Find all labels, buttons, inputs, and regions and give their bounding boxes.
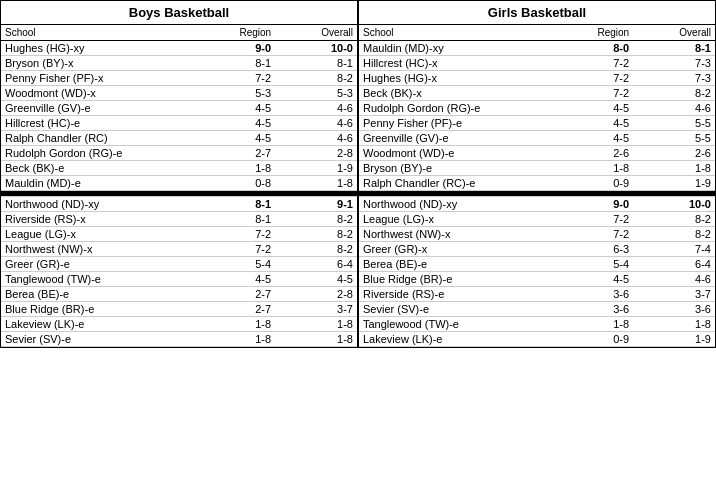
overall-cell: 4-6	[275, 131, 357, 146]
overall-cell: 2-6	[633, 146, 715, 161]
region-cell: 7-2	[555, 86, 633, 101]
school-cell: Mauldin (MD)-xy	[359, 41, 555, 56]
region-cell: 2-7	[197, 302, 275, 317]
overall-cell: 1-8	[275, 332, 357, 347]
school-cell: League (LG)-x	[1, 227, 197, 242]
boys-col-school: School	[1, 25, 197, 41]
school-cell: Sevier (SV)-e	[359, 302, 555, 317]
region-cell: 5-4	[197, 257, 275, 272]
school-cell: Ralph Chandler (RC)-e	[359, 176, 555, 191]
region-cell: 8-1	[197, 212, 275, 227]
table-row: Greer (GR)-x6-37-4	[359, 242, 715, 257]
school-cell: Ralph Chandler (RC)	[1, 131, 197, 146]
school-cell: Greenville (GV)-e	[359, 131, 555, 146]
school-cell: Rudolph Gordon (RG)-e	[1, 146, 197, 161]
region-cell: 1-8	[197, 332, 275, 347]
tables-container: School Region Overall Hughes (HG)-xy9-01…	[0, 25, 716, 348]
overall-cell: 3-7	[633, 287, 715, 302]
region-cell: 3-6	[555, 302, 633, 317]
overall-cell: 8-2	[275, 71, 357, 86]
overall-cell: 1-9	[275, 161, 357, 176]
region-cell: 0-9	[555, 176, 633, 191]
overall-cell: 8-2	[275, 212, 357, 227]
school-cell: Hillcrest (HC)-x	[359, 56, 555, 71]
region-cell: 1-8	[555, 161, 633, 176]
school-cell: Penny Fisher (PF)-x	[1, 71, 197, 86]
table-row: Rudolph Gordon (RG)-e2-72-8	[1, 146, 357, 161]
overall-cell: 5-3	[275, 86, 357, 101]
table-row: Lakeview (LK)-e0-91-9	[359, 332, 715, 347]
region-cell: 1-8	[197, 161, 275, 176]
overall-cell: 9-1	[275, 197, 357, 212]
overall-cell: 2-8	[275, 287, 357, 302]
overall-cell: 7-4	[633, 242, 715, 257]
overall-cell: 3-6	[633, 302, 715, 317]
school-cell: Hillcrest (HC)-e	[1, 116, 197, 131]
overall-cell: 6-4	[275, 257, 357, 272]
school-cell: Beck (BK)-x	[359, 86, 555, 101]
girls-table: School Region Overall Mauldin (MD)-xy8-0…	[359, 25, 715, 347]
overall-cell: 8-2	[633, 86, 715, 101]
table-row: Berea (BE)-e5-46-4	[359, 257, 715, 272]
table-row: Blue Ridge (BR)-e4-54-6	[359, 272, 715, 287]
region-cell: 4-5	[555, 101, 633, 116]
girls-col-school: School	[359, 25, 555, 41]
main-header: Boys Basketball Girls Basketball	[0, 0, 716, 25]
table-row: Northwood (ND)-xy9-010-0	[359, 197, 715, 212]
table-row: Tanglewood (TW)-e1-81-8	[359, 317, 715, 332]
school-cell: Riverside (RS)-x	[1, 212, 197, 227]
overall-cell: 1-9	[633, 176, 715, 191]
school-cell: Berea (BE)-e	[1, 287, 197, 302]
region-cell: 6-3	[555, 242, 633, 257]
overall-cell: 2-8	[275, 146, 357, 161]
boys-table: School Region Overall Hughes (HG)-xy9-01…	[1, 25, 359, 347]
region-cell: 4-5	[555, 116, 633, 131]
girls-header: Girls Basketball	[359, 1, 715, 24]
table-row: Greenville (GV)-e4-54-6	[1, 101, 357, 116]
overall-cell: 10-0	[633, 197, 715, 212]
overall-cell: 8-2	[633, 227, 715, 242]
school-cell: Greer (GR)-x	[359, 242, 555, 257]
region-cell: 8-0	[555, 41, 633, 56]
region-cell: 1-8	[197, 317, 275, 332]
school-cell: Rudolph Gordon (RG)-e	[359, 101, 555, 116]
overall-cell: 1-8	[633, 161, 715, 176]
region-cell: 7-2	[555, 227, 633, 242]
overall-cell: 4-6	[275, 101, 357, 116]
region-cell: 5-4	[555, 257, 633, 272]
table-row: Hughes (HG)-xy9-010-0	[1, 41, 357, 56]
table-row: Northwest (NW)-x7-28-2	[359, 227, 715, 242]
region-cell: 2-7	[197, 287, 275, 302]
school-cell: Hughes (HG)-xy	[1, 41, 197, 56]
table-row: Beck (BK)-e1-81-9	[1, 161, 357, 176]
school-cell: Blue Ridge (BR)-e	[359, 272, 555, 287]
overall-cell: 1-8	[275, 317, 357, 332]
school-cell: Northwest (NW)-x	[359, 227, 555, 242]
region-cell: 4-5	[555, 131, 633, 146]
table-row: Northwood (ND)-xy8-19-1	[1, 197, 357, 212]
region-cell: 8-1	[197, 56, 275, 71]
region-cell: 2-7	[197, 146, 275, 161]
table-row: League (LG)-x7-28-2	[1, 227, 357, 242]
overall-cell: 7-3	[633, 71, 715, 86]
overall-cell: 4-5	[275, 272, 357, 287]
school-cell: Bryson (BY)-x	[1, 56, 197, 71]
overall-cell: 8-1	[633, 41, 715, 56]
table-row: Woodmont (WD)-e2-62-6	[359, 146, 715, 161]
school-cell: Lakeview (LK)-e	[359, 332, 555, 347]
table-row: Sevier (SV)-e3-63-6	[359, 302, 715, 317]
region-cell: 7-2	[197, 227, 275, 242]
region-cell: 9-0	[197, 41, 275, 56]
table-row: Mauldin (MD)-xy8-08-1	[359, 41, 715, 56]
region-cell: 0-8	[197, 176, 275, 191]
overall-cell: 5-5	[633, 131, 715, 146]
overall-cell: 8-2	[275, 227, 357, 242]
region-cell: 1-8	[555, 317, 633, 332]
overall-cell: 1-8	[633, 317, 715, 332]
overall-cell: 4-6	[633, 101, 715, 116]
table-row: Tanglewood (TW)-e4-54-5	[1, 272, 357, 287]
overall-cell: 5-5	[633, 116, 715, 131]
boys-col-region: Region	[197, 25, 275, 41]
table-row: Penny Fisher (PF)-e4-55-5	[359, 116, 715, 131]
overall-cell: 8-2	[275, 242, 357, 257]
